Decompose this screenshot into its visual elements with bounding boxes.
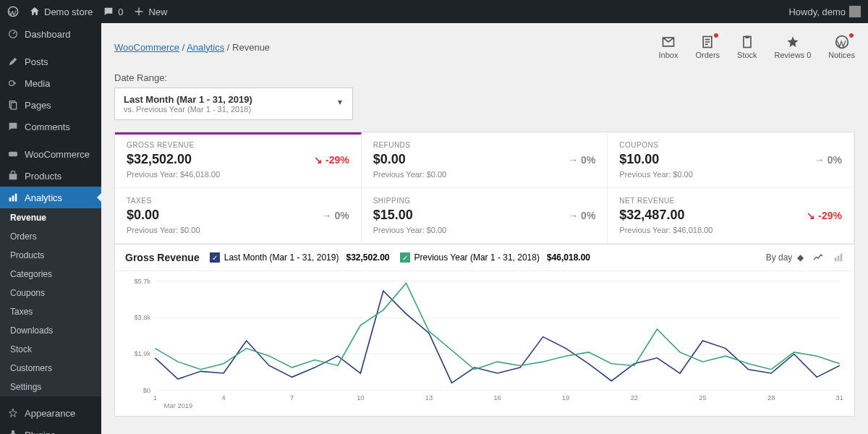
- svg-rect-24: [841, 254, 843, 262]
- stat-card[interactable]: NET REVENUE $32,487.00 ↘ -29% Previous Y…: [608, 188, 854, 244]
- sidebar-item-posts[interactable]: Posts: [0, 51, 101, 72]
- legend-current[interactable]: ✓Last Month (Mar 1 - 31, 2019)$32,502.00: [210, 252, 390, 263]
- sub-products[interactable]: Products: [0, 246, 101, 265]
- sidebar-item-analytics[interactable]: Analytics: [0, 187, 101, 208]
- sidebar-item-comments[interactable]: Comments: [0, 116, 101, 137]
- stat-card[interactable]: COUPONS $10.00 → 0% Previous Year: $0.00: [608, 132, 854, 188]
- chart-title: Gross Revenue: [125, 252, 200, 263]
- sidebar-item-media[interactable]: Media: [0, 72, 101, 94]
- checkbox-icon: ✓: [210, 252, 220, 263]
- sidebar-item-pages[interactable]: Pages: [0, 94, 101, 116]
- bar-chart-icon[interactable]: [833, 252, 844, 263]
- date-sub: vs. Previous Year (Mar 1 - 31, 2018): [124, 105, 344, 114]
- svg-rect-9: [15, 194, 17, 202]
- avatar: [849, 6, 861, 17]
- sidebar-item-dashboard[interactable]: Dashboard: [0, 23, 101, 45]
- svg-text:$0: $0: [143, 387, 150, 394]
- stat-title: TAXES: [127, 197, 349, 205]
- svg-text:28: 28: [767, 395, 775, 402]
- svg-text:7: 7: [290, 395, 294, 402]
- crumb-woocommerce[interactable]: WooCommerce: [114, 42, 179, 53]
- action-stock[interactable]: Stock: [737, 35, 757, 59]
- stat-delta: → 0%: [568, 154, 595, 166]
- revenue-chart: $0$1.9k$3.8k$5.7k1471013161922252831Mar …: [125, 277, 844, 410]
- stat-value: $32,487.00: [619, 208, 684, 223]
- date-range-picker[interactable]: Last Month (Mar 1 - 31, 2019) vs. Previo…: [114, 88, 353, 120]
- line-chart-icon[interactable]: [812, 252, 824, 263]
- action-inbox[interactable]: Inbox: [659, 35, 678, 59]
- comments-link[interactable]: 0: [103, 6, 123, 17]
- content-area: WooCommerce / Analytics / Revenue Inbox …: [101, 23, 868, 434]
- sidebar-item-plugins[interactable]: Plugins: [0, 424, 101, 434]
- chart-panel: Gross Revenue ✓Last Month (Mar 1 - 31, 2…: [114, 244, 855, 417]
- howdy-user[interactable]: Howdy, demo: [788, 6, 861, 17]
- svg-rect-23: [838, 255, 840, 261]
- sub-taxes[interactable]: Taxes: [0, 302, 101, 321]
- stat-title: SHIPPING: [373, 197, 596, 205]
- stat-card[interactable]: GROSS REVENUE $32,502.00 ↘ -29% Previous…: [115, 132, 362, 188]
- svg-rect-4: [11, 103, 16, 109]
- sub-categories[interactable]: Categories: [0, 265, 101, 284]
- sub-revenue[interactable]: Revenue: [0, 208, 101, 227]
- action-orders[interactable]: Orders: [695, 35, 720, 59]
- stat-title: COUPONS: [619, 141, 842, 149]
- stat-prev: Previous Year: $46,018.00: [127, 170, 349, 179]
- sub-customers[interactable]: Customers: [0, 359, 101, 378]
- stat-delta: → 0%: [568, 210, 595, 221]
- interval-select[interactable]: By day ◆: [766, 252, 804, 263]
- sub-downloads[interactable]: Downloads: [0, 321, 101, 340]
- svg-rect-8: [12, 195, 14, 201]
- svg-rect-6: [9, 174, 17, 179]
- stat-card[interactable]: REFUNDS $0.00 → 0% Previous Year: $0.00: [362, 132, 608, 188]
- svg-point-2: [9, 81, 14, 86]
- svg-text:10: 10: [357, 395, 364, 402]
- svg-text:19: 19: [562, 395, 569, 402]
- svg-text:Mar 2019: Mar 2019: [164, 402, 192, 409]
- stat-card[interactable]: SHIPPING $15.00 → 0% Previous Year: $0.0…: [362, 188, 608, 244]
- action-reviews[interactable]: Reviews 0: [775, 35, 812, 59]
- sub-coupons[interactable]: Coupons: [0, 284, 101, 302]
- stat-value: $10.00: [619, 152, 659, 167]
- new-link[interactable]: New: [133, 6, 167, 17]
- stat-title: REFUNDS: [373, 141, 596, 149]
- crumb-current: Revenue: [232, 42, 270, 53]
- sidebar-item-woocommerce[interactable]: WooCommerce: [0, 143, 101, 165]
- svg-text:4: 4: [221, 395, 225, 402]
- site-link[interactable]: Demo store: [29, 6, 93, 17]
- wp-logo[interactable]: [7, 6, 19, 17]
- breadcrumb: WooCommerce / Analytics / Revenue: [114, 42, 270, 53]
- date-range-label: Date Range:: [114, 72, 855, 83]
- stat-prev: Previous Year: $0.00: [373, 226, 596, 234]
- svg-text:$5.7k: $5.7k: [134, 278, 150, 285]
- stat-value: $32,502.00: [127, 152, 192, 167]
- stat-prev: Previous Year: $0.00: [619, 170, 842, 179]
- stat-prev: Previous Year: $0.00: [127, 226, 349, 234]
- stat-delta: → 0%: [322, 210, 349, 221]
- svg-text:31: 31: [836, 395, 843, 402]
- svg-rect-7: [9, 197, 12, 201]
- svg-text:13: 13: [425, 395, 433, 402]
- svg-rect-5: [9, 152, 17, 157]
- sub-stock[interactable]: Stock: [0, 340, 101, 359]
- svg-text:22: 22: [631, 395, 638, 402]
- legend-previous[interactable]: ✓Previous Year (Mar 1 - 31, 2018)$46,018…: [400, 252, 591, 263]
- stat-value: $0.00: [373, 152, 406, 167]
- sub-orders[interactable]: Orders: [0, 227, 101, 246]
- sidebar-item-products[interactable]: Products: [0, 165, 101, 187]
- sub-settings[interactable]: Settings: [0, 378, 101, 396]
- stat-title: GROSS REVENUE: [127, 141, 349, 149]
- stat-delta: ↘ -29%: [807, 210, 842, 221]
- crumb-analytics[interactable]: Analytics: [187, 42, 224, 53]
- stat-title: NET REVENUE: [619, 197, 842, 205]
- sidebar-item-appearance[interactable]: Appearance: [0, 402, 101, 424]
- svg-text:1: 1: [153, 395, 157, 402]
- stats-grid: GROSS REVENUE $32,502.00 ↘ -29% Previous…: [114, 132, 855, 244]
- svg-text:$3.8k: $3.8k: [134, 314, 150, 321]
- stat-delta: → 0%: [814, 154, 842, 166]
- svg-text:25: 25: [699, 395, 706, 402]
- svg-rect-20: [745, 36, 749, 38]
- action-notices[interactable]: Notices: [828, 35, 855, 59]
- stat-value: $0.00: [127, 208, 159, 223]
- stat-card[interactable]: TAXES $0.00 → 0% Previous Year: $0.00: [115, 188, 362, 244]
- stat-prev: Previous Year: $46,018.00: [619, 226, 842, 234]
